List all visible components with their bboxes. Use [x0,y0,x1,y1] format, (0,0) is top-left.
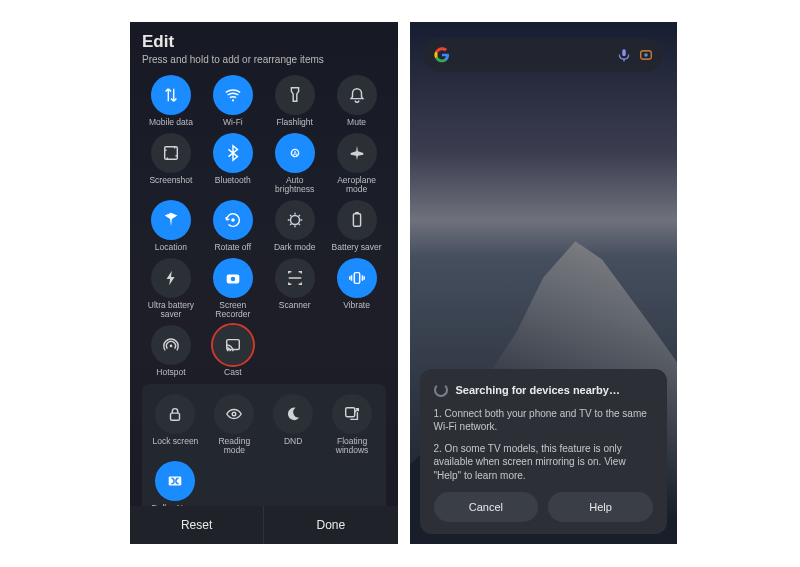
location-icon[interactable] [151,200,191,240]
tile-lock-screen[interactable]: Lock screen [148,394,203,455]
cast-searching-modal: Searching for devices nearby… 1. Connect… [420,369,668,535]
tile-label: Aeroplane mode [328,176,386,194]
svg-point-4 [231,218,235,222]
tile-label: Screenshot [149,176,192,185]
flashlight-icon[interactable] [275,75,315,115]
tile-label: Mobile data [149,118,193,127]
svg-point-11 [170,344,173,347]
modal-body: 1. Connect both your phone and TV to the… [434,407,654,483]
mic-icon[interactable] [617,48,631,62]
bolt-icon[interactable] [151,258,191,298]
arrows-updown-icon[interactable] [151,75,191,115]
lens-icon[interactable] [639,48,653,62]
bell-icon[interactable] [337,75,377,115]
tile-label: Reading mode [207,437,262,455]
lock-icon[interactable] [155,394,195,434]
tile-label: Hotspot [156,368,185,377]
tile-battery-saver[interactable]: Battery saver [328,200,386,252]
svg-point-0 [232,99,234,101]
svg-point-5 [290,215,299,224]
moon-icon[interactable] [273,394,313,434]
tile-label: Lock screen [153,437,199,446]
tile-label: Vibrate [343,301,370,310]
tile-vibrate[interactable]: Vibrate [328,258,386,319]
tile-label: Dark mode [274,243,316,252]
tile-location[interactable]: Location [142,200,200,252]
svg-point-15 [233,413,237,417]
tile-label: Rotate off [214,243,251,252]
tile-scanner[interactable]: Scanner [266,258,324,319]
tile-floating-win[interactable]: Floating windows [325,394,380,455]
svg-rect-10 [354,272,359,283]
battery-icon[interactable] [337,200,377,240]
svg-point-19 [644,53,648,57]
tile-aeroplane-mode[interactable]: Aeroplane mode [328,133,386,194]
tile-label: DND [284,437,302,446]
tile-reading-mode[interactable]: Reading mode [207,394,262,455]
tile-screenshot[interactable]: Screenshot [142,133,200,194]
google-search-bar[interactable] [424,38,664,72]
svg-rect-7 [355,212,359,214]
tile-screen-recorder[interactable]: Screen Recorder [204,258,262,319]
modal-line-2: 2. On some TV models, this feature is on… [434,442,654,483]
modal-line-1: 1. Connect both your phone and TV to the… [434,407,654,434]
eye-icon[interactable] [214,394,254,434]
float-icon[interactable] [332,394,372,434]
svg-rect-14 [171,414,180,421]
tile-label: Ultra battery saver [142,301,200,319]
screenshot-icon[interactable] [151,133,191,173]
phone-left: Edit Press and hold to add or rearrange … [130,22,398,544]
svg-point-13 [227,349,229,351]
tile-dark-mode[interactable]: Dark mode [266,200,324,252]
tile-ultra-battery[interactable]: Ultra battery saver [142,258,200,319]
modal-title: Searching for devices nearby… [456,384,620,396]
scanner-icon[interactable] [275,258,315,298]
spinner-icon [434,383,448,397]
tile-label: Location [155,243,187,252]
cancel-button[interactable]: Cancel [434,492,539,522]
vibrate-icon[interactable] [337,258,377,298]
tile-label: Flashlight [276,118,312,127]
reset-button[interactable]: Reset [130,506,263,544]
google-logo-icon [434,47,450,63]
tile-rotate-off[interactable]: Rotate off [204,200,262,252]
svg-rect-16 [346,408,355,417]
tile-label: Mute [347,118,366,127]
tile-label: Floating windows [325,437,380,455]
tile-label: Bluetooth [215,176,251,185]
dolby-icon[interactable] [155,461,195,501]
tile-mobile-data[interactable]: Mobile data [142,75,200,127]
cast-icon[interactable] [213,325,253,365]
svg-point-9 [231,276,236,281]
brightness-a-icon[interactable]: A [275,133,315,173]
done-button[interactable]: Done [263,506,397,544]
camera-icon[interactable] [213,258,253,298]
tile-dnd[interactable]: DND [266,394,321,455]
tiles-secondary-grid: Lock screenReading modeDNDFloating windo… [142,384,386,523]
bluetooth-icon[interactable] [213,133,253,173]
phone-right: Searching for devices nearby… 1. Connect… [410,22,678,544]
tile-cast[interactable]: Cast [204,325,262,377]
tile-hotspot[interactable]: Hotspot [142,325,200,377]
airplane-icon[interactable] [337,133,377,173]
tile-bluetooth[interactable]: Bluetooth [204,133,262,194]
rotate-icon[interactable] [213,200,253,240]
wifi-icon[interactable] [213,75,253,115]
tile-label: Auto brightness [266,176,324,194]
svg-rect-1 [165,147,178,160]
quick-settings-panel: Edit Press and hold to add or rearrange … [130,22,398,544]
hotspot-icon[interactable] [151,325,191,365]
tile-flashlight[interactable]: Flashlight [266,75,324,127]
tile-wifi[interactable]: Wi-Fi [204,75,262,127]
svg-rect-6 [353,213,360,226]
tiles-grid: Mobile dataWi-FiFlashlightMuteScreenshot… [142,75,386,376]
darkmode-icon[interactable] [275,200,315,240]
help-button[interactable]: Help [548,492,653,522]
tile-label: Screen Recorder [204,301,262,319]
edit-subtitle: Press and hold to add or rearrange items [142,54,386,65]
edit-title: Edit [142,32,386,52]
tile-mute[interactable]: Mute [328,75,386,127]
tile-auto-brightness[interactable]: AAuto brightness [266,133,324,194]
svg-rect-17 [169,477,182,486]
tile-label: Scanner [279,301,311,310]
